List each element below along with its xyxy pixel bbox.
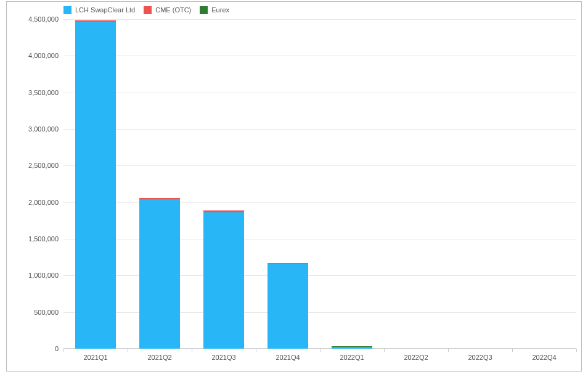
bar-0 bbox=[75, 20, 116, 349]
legend-item-1: CME (OTC) bbox=[144, 6, 191, 14]
y-tick-label: 1,000,000 bbox=[20, 272, 59, 279]
legend-label-0: LCH SwapClear Ltd bbox=[75, 6, 135, 14]
legend-item-2: Eurex bbox=[200, 6, 229, 14]
x-tick-label: 2021Q3 bbox=[211, 349, 235, 361]
x-tick-mark bbox=[256, 349, 256, 352]
legend-label-2: Eurex bbox=[211, 6, 229, 14]
y-tick-label: 1,500,000 bbox=[20, 235, 59, 243]
chart-frame: LCH SwapClear Ltd CME (OTC) Eurex 0 500,… bbox=[6, 1, 582, 372]
x-tick-mark bbox=[63, 349, 64, 352]
bar-3 bbox=[267, 263, 309, 349]
y-tick-label: 2,500,000 bbox=[20, 162, 59, 169]
x-tick-label: 2021Q4 bbox=[276, 349, 300, 361]
x-tick-mark bbox=[512, 349, 513, 352]
plot-area: 0 500,000 1,000,000 1,500,000 2,000,000 … bbox=[63, 19, 576, 349]
gridline bbox=[63, 129, 576, 130]
gridline bbox=[63, 19, 576, 20]
y-tick-label: 0 bbox=[20, 345, 59, 352]
x-tick-label: 2022Q1 bbox=[340, 349, 364, 361]
gridline bbox=[63, 93, 576, 93]
x-tick-mark bbox=[448, 349, 449, 352]
legend-label-1: CME (OTC) bbox=[155, 6, 191, 14]
y-tick-label: 4,000,000 bbox=[20, 52, 59, 59]
legend-swatch-2 bbox=[200, 6, 208, 14]
y-tick-label: 2,000,000 bbox=[20, 199, 59, 206]
y-tick-label: 3,000,000 bbox=[20, 125, 59, 133]
x-tick-mark bbox=[128, 349, 128, 352]
y-tick-label: 3,500,000 bbox=[20, 89, 59, 96]
x-tick-mark bbox=[384, 349, 385, 352]
x-tick-label: 2022Q3 bbox=[468, 349, 492, 361]
bar-seg bbox=[139, 199, 181, 349]
gridline bbox=[63, 56, 576, 56]
legend-swatch-0 bbox=[63, 6, 71, 14]
y-tick-label: 4,500,000 bbox=[20, 15, 59, 23]
gridline bbox=[63, 165, 576, 166]
bar-2 bbox=[203, 210, 245, 349]
x-tick-label: 2021Q2 bbox=[147, 349, 171, 361]
x-tick-mark bbox=[320, 349, 321, 352]
x-tick-mark bbox=[576, 349, 577, 352]
bar-seg bbox=[267, 264, 309, 349]
legend-item-0: LCH SwapClear Ltd bbox=[63, 6, 135, 14]
legend: LCH SwapClear Ltd CME (OTC) Eurex bbox=[63, 4, 229, 16]
x-tick-mark bbox=[192, 349, 192, 352]
x-tick-label: 2021Q1 bbox=[83, 349, 107, 361]
bar-seg bbox=[203, 212, 245, 349]
legend-swatch-1 bbox=[144, 6, 152, 14]
x-tick-label: 2022Q4 bbox=[532, 349, 556, 361]
bar-seg bbox=[75, 22, 116, 349]
bar-1 bbox=[139, 198, 181, 349]
x-tick-label: 2022Q2 bbox=[404, 349, 428, 361]
y-tick-label: 500,000 bbox=[20, 309, 59, 316]
